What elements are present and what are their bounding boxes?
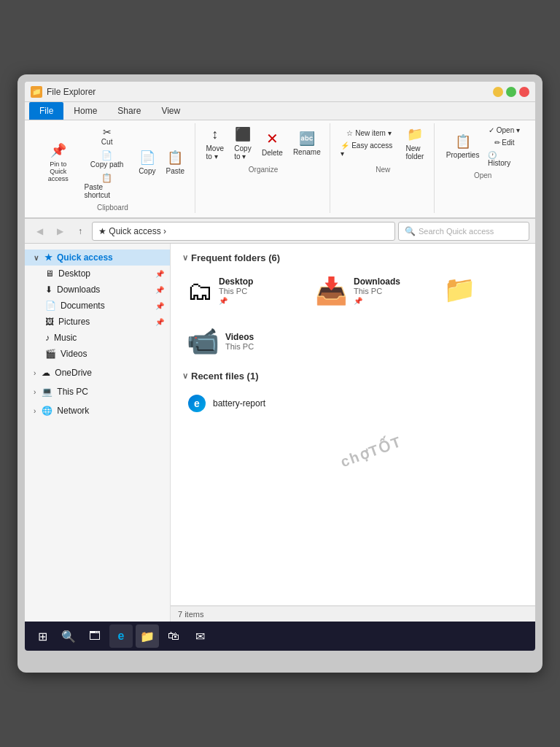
rename-label: Rename [293, 148, 321, 156]
sidebar-item-quick-access[interactable]: ∨ ★ Quick access [25, 249, 170, 266]
expand-icon: ∨ [34, 254, 39, 262]
delete-icon: ✕ [266, 130, 279, 147]
copy-path-label: Copy path [90, 160, 124, 169]
folder-d[interactable]: 📁 [439, 272, 497, 309]
sidebar-item-videos[interactable]: 🎬 Videos [25, 346, 170, 362]
copy-path-button[interactable]: 📄 Copy path [81, 149, 132, 170]
search-button[interactable]: 🔍 [57, 624, 80, 648]
sidebar-item-pictures[interactable]: 🖼 Pictures 📌 [25, 314, 170, 330]
sidebar-section-network: › 🌐 Network [25, 403, 170, 419]
edge-taskbar-icon: e [118, 630, 125, 643]
address-path[interactable]: ★ Quick access › [92, 222, 395, 241]
sidebar-item-desktop[interactable]: 🖥 Desktop 📌 [25, 266, 170, 282]
sidebar-item-documents[interactable]: 📄 Documents 📌 [25, 298, 170, 314]
cut-button[interactable]: ✂ Cut [81, 125, 132, 147]
desktop-pin-icon: 📌 [155, 270, 164, 278]
back-button[interactable]: ◀ [31, 222, 48, 240]
file-explorer-taskbar-button[interactable]: 📁 [136, 624, 159, 648]
forward-button[interactable]: ▶ [51, 222, 69, 240]
taskbar: ⊞ 🔍 🗔 e 📁 🛍 ✉ [25, 622, 535, 651]
sidebar-item-music[interactable]: ♪ Music [25, 330, 170, 346]
new-folder-button[interactable]: 📁 Newfolder [402, 125, 429, 163]
folder-videos-loc: This PC [225, 342, 254, 351]
delete-button[interactable]: ✕ Delete [257, 128, 287, 159]
edit-button[interactable]: ✏ Edit [485, 137, 524, 148]
open-group-label: Open [474, 171, 491, 179]
organize-label: Organize [249, 166, 279, 174]
folder-downloads-row: 📥 Downloads This PC 📌 [315, 276, 423, 305]
pictures-icon: 🖼 [45, 317, 54, 327]
title-bar-icon: 📁 [31, 86, 42, 98]
edge-icon: e [188, 395, 206, 412]
pin-icon: 📌 [50, 143, 66, 159]
network-label: Network [57, 406, 89, 416]
sidebar-section-this-pc: › 💻 This PC [25, 384, 170, 400]
laptop-frame: 📁 File Explorer File Home Share View 📌 [18, 74, 542, 673]
title-bar-controls [493, 87, 529, 97]
folder-d-row: 📁 [443, 276, 493, 303]
edit-label: ✏ Edit [494, 139, 515, 147]
copy-to-label: Copyto ▾ [234, 144, 251, 160]
sidebar-item-network[interactable]: › 🌐 Network [25, 403, 170, 419]
sidebar-item-this-pc[interactable]: › 💻 This PC [25, 384, 170, 400]
search-box[interactable]: 🔍 Search Quick access [398, 222, 529, 241]
network-icon: 🌐 [42, 406, 52, 416]
recent-files-section: Recent files (1) e battery-report [182, 371, 524, 417]
properties-label: Properties [446, 151, 480, 159]
minimize-button[interactable] [493, 87, 503, 97]
maximize-button[interactable] [506, 87, 516, 97]
up-button[interactable]: ↑ [71, 222, 89, 240]
start-button[interactable]: ⊞ [31, 624, 54, 648]
history-button[interactable]: 🕐 History [485, 150, 524, 169]
tab-share[interactable]: Share [107, 102, 151, 120]
cut-label: Cut [101, 138, 113, 146]
close-button[interactable] [519, 87, 529, 97]
ribbon: 📌 Pin to Quickaccess ✂ Cut 📄 Copy path [25, 120, 535, 219]
copy-icon: 📄 [139, 150, 155, 166]
copy-to-button[interactable]: ⬛ Copyto ▾ [230, 125, 256, 163]
folder-desktop-icon: 🗂 [187, 278, 213, 304]
task-view-button[interactable]: 🗔 [83, 624, 106, 648]
properties-button[interactable]: 📋 Properties [442, 132, 483, 162]
address-bar: ◀ ▶ ↑ ★ Quick access › 🔍 Search Quick ac… [25, 219, 535, 244]
copy-button[interactable]: 📄 Copy [134, 148, 160, 178]
folder-downloads[interactable]: 📥 Downloads This PC 📌 [311, 272, 427, 309]
pin-to-quick-access-button[interactable]: 📌 Pin to Quickaccess [36, 141, 79, 185]
mail-taskbar-icon: ✉ [195, 630, 205, 643]
paste-icon: 📋 [167, 150, 183, 166]
paste-button[interactable]: 📋 Paste [162, 148, 189, 178]
breadcrumb: ★ Quick access › [98, 226, 166, 236]
new-item-button[interactable]: ☆ New item ▾ [338, 128, 400, 139]
tab-home[interactable]: Home [63, 102, 107, 120]
store-taskbar-icon: 🛍 [168, 630, 179, 643]
folder-desktop[interactable]: 🗂 Desktop This PC 📌 [182, 272, 299, 309]
rename-button[interactable]: 🔤 Rename [289, 129, 325, 159]
paste-shortcut-button[interactable]: 📋 Paste shortcut [81, 171, 132, 201]
tab-file[interactable]: File [29, 102, 63, 120]
sidebar-item-onedrive[interactable]: › ☁ OneDrive [25, 365, 170, 381]
folder-videos[interactable]: 📹 Videos This PC [182, 324, 299, 359]
edge-taskbar-button[interactable]: e [109, 624, 133, 648]
copy-path-icon: 📄 [101, 150, 112, 160]
mail-taskbar-button[interactable]: ✉ [188, 624, 211, 648]
easy-access-button[interactable]: ⚡ Easy access ▾ [338, 140, 400, 159]
copy-to-icon: ⬛ [235, 127, 251, 143]
recent-files-label: Recent files (1) [191, 371, 258, 382]
move-to-button[interactable]: ↕ Moveto ▾ [202, 125, 228, 163]
videos-folder-emoji: 📹 [187, 326, 219, 356]
history-label: 🕐 History [488, 151, 521, 167]
store-taskbar-button[interactable]: 🛍 [162, 624, 185, 648]
folder-downloads-pin: 📌 [354, 297, 400, 305]
onedrive-icon: ☁ [42, 368, 50, 378]
sidebar-item-downloads[interactable]: ⬇ Downloads 📌 [25, 282, 170, 298]
downloads-folder-emoji: 📥 [315, 276, 348, 306]
recent-file-battery[interactable]: e battery-report [182, 390, 524, 417]
task-view-icon: 🗔 [89, 630, 101, 643]
folder-downloads-name: Downloads [354, 276, 400, 287]
open-button[interactable]: ✓ Open ▾ [485, 125, 524, 136]
file-explorer-taskbar-icon: 📁 [140, 630, 155, 643]
tab-view[interactable]: View [151, 102, 190, 120]
folder-downloads-info: Downloads This PC 📌 [354, 276, 400, 305]
open-group: 📋 Properties ✓ Open ▾ ✏ Edit 🕐 History [436, 123, 529, 213]
downloads-label: Downloads [57, 285, 100, 295]
